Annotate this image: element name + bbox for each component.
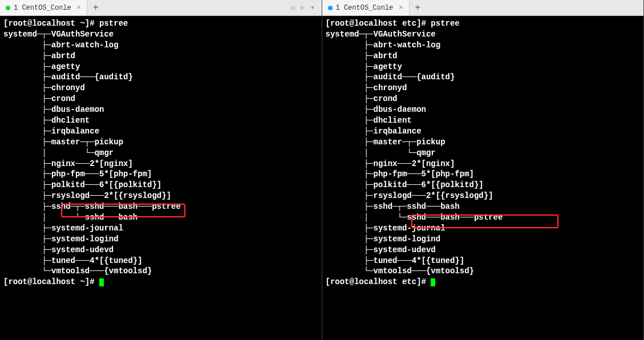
add-tab-button[interactable]: + xyxy=(87,2,104,14)
status-dot-icon xyxy=(328,6,333,10)
left-tabbar: 1 CentOS_Conle × + ◁ ▷ ▾ xyxy=(0,0,322,16)
right-tabbar: 1 CentOS_Conle × + xyxy=(322,0,644,16)
right-pane: 1 CentOS_Conle × + [root@localhost etc]#… xyxy=(322,0,645,340)
left-tab-label: 1 CentOS_Conle xyxy=(14,4,71,12)
right-terminal-wrap: [root@localhost etc]# pstree systemd─┬─V… xyxy=(322,16,644,340)
nav-right-icon[interactable]: ▷ xyxy=(298,3,307,12)
left-pane: 1 CentOS_Conle × + ◁ ▷ ▾ [root@localhost… xyxy=(0,0,322,340)
add-tab-button[interactable]: + xyxy=(410,2,427,14)
left-terminal[interactable]: [root@localhost ~]# pstree systemd─┬─VGA… xyxy=(0,16,322,340)
close-icon[interactable]: × xyxy=(77,4,81,12)
close-icon[interactable]: × xyxy=(399,4,403,12)
left-nav-arrows: ◁ ▷ ▾ xyxy=(289,3,322,12)
status-dot-icon xyxy=(6,6,10,10)
right-tab[interactable]: 1 CentOS_Conle × xyxy=(322,0,410,15)
right-terminal[interactable]: [root@localhost etc]# pstree systemd─┬─V… xyxy=(322,16,644,340)
right-tab-label: 1 CentOS_Conle xyxy=(336,4,394,12)
left-tab[interactable]: 1 CentOS_Conle × xyxy=(0,0,87,15)
nav-left-icon[interactable]: ◁ xyxy=(289,3,297,12)
nav-dropdown-icon[interactable]: ▾ xyxy=(308,3,317,12)
left-terminal-wrap: [root@localhost ~]# pstree systemd─┬─VGA… xyxy=(0,16,322,340)
